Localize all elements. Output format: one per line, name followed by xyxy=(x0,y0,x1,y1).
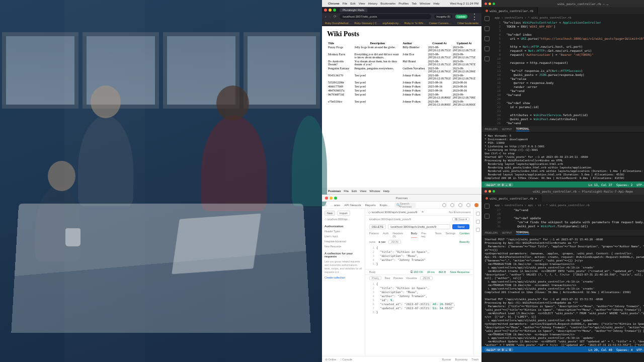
menu-item[interactable]: File xyxy=(344,190,349,193)
create-collection-link[interactable]: Create collection xyxy=(325,276,362,279)
footer-item[interactable]: 𖠿 Console xyxy=(340,358,352,361)
resp-view[interactable]: Pretty xyxy=(369,276,381,280)
breadcrumb[interactable]: app › controllers › ᴿ wiki_posts_control… xyxy=(494,15,644,21)
scm-icon[interactable] xyxy=(485,36,490,41)
status-item[interactable]: Ln 13, Col 37 xyxy=(589,183,612,187)
window-controls[interactable] xyxy=(324,9,336,12)
menu-app[interactable]: Chrome xyxy=(328,2,340,5)
footer-item[interactable]: ⊘ Online xyxy=(325,358,336,361)
status-item[interactable]: Spaces: 4 xyxy=(616,348,633,351)
status-branch[interactable]: main* ⟳ 0 ⚠ 0 xyxy=(485,183,513,187)
table-row[interactable]: 4666177069Test post!Johnny Foiken2023-08… xyxy=(327,84,476,88)
debug-icon[interactable] xyxy=(485,46,490,51)
footer-item[interactable]: Bootcamp xyxy=(455,358,468,361)
table-row[interactable]: 4847636037aTest post!Johnny Foiken2023-0… xyxy=(327,88,476,93)
bookmark[interactable]: Ruby Docs|Method… xyxy=(325,22,351,25)
status-item[interactable]: UTF-8 xyxy=(636,348,644,351)
menu-item[interactable]: Bookmarks xyxy=(380,2,395,5)
window-controls[interactable] xyxy=(485,190,495,193)
cookies-link[interactable]: Cookies xyxy=(459,232,469,238)
menu-item[interactable]: Edit xyxy=(350,2,355,5)
status-branch[interactable]: main* ⟳ 0 ⚠ 0 xyxy=(485,348,513,351)
browser-tab[interactable]: Pluralsight Rails xyxy=(340,8,367,12)
status-item[interactable]: Ln 29, Col 40 xyxy=(589,348,612,351)
bookmark[interactable]: org/kata|ruby… xyxy=(382,22,401,25)
editor-tab[interactable]: wiki_posts_controller.rb xyxy=(481,7,538,14)
sync-icon[interactable] xyxy=(450,203,454,207)
menu-item[interactable]: Postman xyxy=(328,190,341,193)
window-controls[interactable] xyxy=(325,197,337,200)
sidebar-item[interactable]: User's Input xyxy=(325,235,362,238)
invite-icon[interactable] xyxy=(442,203,446,207)
response-tab[interactable]: Body xyxy=(369,270,376,274)
panel-tab[interactable]: TERMINAL xyxy=(516,231,530,235)
address-bar[interactable]: localhost:3007/wiki_posts xyxy=(340,14,431,19)
settings-icon[interactable] xyxy=(458,203,462,207)
breadcrumb[interactable]: app › controllers › api › v1 › ᴿ wiki_po… xyxy=(494,203,644,208)
subtab[interactable]: Tests xyxy=(435,232,442,238)
topnav-item[interactable]: API Network xyxy=(344,204,361,207)
response-body[interactable]: 1{ 2 "title": "Kitties in Space", 3 "des… xyxy=(365,281,473,317)
menu-item[interactable]: Help xyxy=(383,190,389,193)
resp-type[interactable]: JSON xyxy=(420,276,433,280)
search-input[interactable]: 🔍 Search Postman xyxy=(394,203,417,208)
environment-select[interactable]: No Environment xyxy=(449,211,470,214)
sidebar-item[interactable]: Header Types xyxy=(325,230,362,233)
comments-icon[interactable] xyxy=(476,220,480,224)
panel-tab[interactable]: PROBLEMS xyxy=(485,231,498,234)
update-button[interactable]: Update xyxy=(455,15,467,19)
sidebar-request[interactable]: ◇ localhost:3000/api… xyxy=(325,218,362,221)
back-icon[interactable]: ‹ xyxy=(325,15,327,19)
table-row[interactable]: Penguins FantasyPenguins, penguins every… xyxy=(327,66,476,73)
editor[interactable]: app › controllers › ᴿ wiki_posts_control… xyxy=(493,14,644,126)
body-opt[interactable]: ● raw xyxy=(378,240,385,243)
new-tab-icon[interactable]: ＋ xyxy=(421,210,424,214)
footer-item[interactable]: Runner xyxy=(442,358,451,361)
menu-item[interactable]: File xyxy=(343,2,348,5)
url-input[interactable]: localhost:3000/api/v1/wiki_posts/9 xyxy=(388,224,450,229)
reload-icon[interactable]: ⟳ xyxy=(334,15,337,19)
subtab[interactable]: Body xyxy=(411,232,418,238)
save-button[interactable]: 🖫 Save ▾ xyxy=(452,217,470,221)
avatar-icon[interactable] xyxy=(474,203,478,207)
topnav-item[interactable]: Explo… xyxy=(380,204,390,207)
request-body[interactable]: 1{ 2 "title": "Kitties in Space", 3 "des… xyxy=(365,245,473,269)
menu-item[interactable]: View xyxy=(359,2,365,5)
menu-item[interactable]: History xyxy=(368,2,378,5)
search-icon[interactable] xyxy=(485,26,490,31)
menu-item[interactable]: Window xyxy=(369,190,380,193)
sidebar-item[interactable]: Integrate Advanced xyxy=(325,240,362,243)
import-button[interactable]: Import xyxy=(337,211,350,216)
terminal[interactable]: * Max threads: 5 * Environment: developm… xyxy=(481,132,644,182)
topnav-item[interactable]: Reports xyxy=(365,204,376,207)
status-item[interactable]: Spaces: 2 xyxy=(616,183,633,187)
other-bookmarks[interactable]: Other bookmarks xyxy=(457,22,478,25)
resp-view[interactable]: Raw xyxy=(384,277,390,280)
subtab[interactable]: Auth xyxy=(383,232,388,238)
subtab[interactable]: Pre-req. xyxy=(421,232,431,238)
info-icon[interactable] xyxy=(476,228,480,232)
menu-item[interactable]: Window xyxy=(420,2,430,5)
table-row[interactable]: Fuzzy FrogsJelly frogs from around the g… xyxy=(327,45,476,52)
explorer-icon[interactable] xyxy=(485,16,490,21)
panel-tab[interactable]: PROBLEMS xyxy=(485,128,498,131)
beautify-link[interactable]: Beautify xyxy=(459,240,469,243)
table-row[interactable]: 5353912206rTest post!Johnny Foiken2023-0… xyxy=(327,80,476,84)
editor[interactable]: app › controllers › api › v1 › ᴿ wiki_po… xyxy=(493,202,644,230)
extensions-icon[interactable] xyxy=(485,56,490,61)
request-tab[interactable]: ◇ localhost:3000/api/v1/wiki_posts/9 xyxy=(368,210,417,214)
panel-tab[interactable]: OUTPUT xyxy=(502,128,512,131)
footer-item[interactable]: Trash xyxy=(471,358,478,361)
body-opt[interactable]: none xyxy=(369,240,375,243)
menu-item[interactable]: Tab xyxy=(412,2,417,5)
bookmark[interactable]: Ruby in "in Whi… xyxy=(405,22,426,25)
bookmark[interactable]: Ruby Glossary | C… xyxy=(354,22,379,25)
menu-item[interactable]: Edit xyxy=(352,190,357,193)
method-select[interactable]: DELETE xyxy=(369,224,386,229)
table-row[interactable]: Do Androids Dream?You dream about them, … xyxy=(327,59,476,66)
table-row[interactable]: Monkey FactsEverything you did and did n… xyxy=(327,52,476,59)
table-row[interactable]: e70e5336ccTest post!Johnny Foiken2023-08… xyxy=(327,100,476,107)
resp-view[interactable]: Visualize xyxy=(406,277,417,280)
editor-tab[interactable]: wiki_posts_controller.rb × xyxy=(481,195,541,202)
docs-icon[interactable] xyxy=(476,212,480,216)
